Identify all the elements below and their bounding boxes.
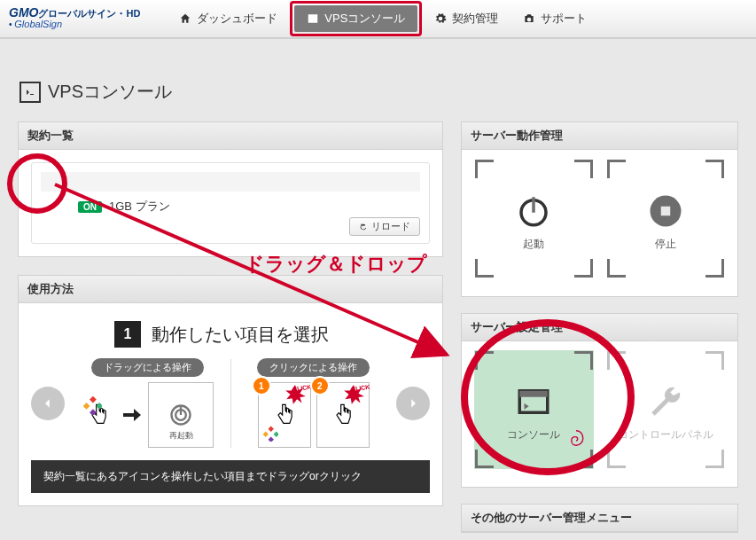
badge-1: 1 [252, 376, 271, 395]
plan-label: 1GB プラン [109, 199, 170, 215]
badge-2: 2 [310, 376, 330, 395]
server-ops-panel: サーバー動作管理 起動 停止 [461, 121, 738, 297]
burst-icon [342, 385, 365, 408]
nav-vps-label: VPSコンソール [324, 11, 405, 27]
terminal-icon [307, 12, 319, 25]
nav-vps-highlight: VPSコンソール [290, 1, 422, 36]
contract-name-placeholder [41, 172, 420, 192]
click-step-2: 2 CLICK [316, 382, 370, 448]
nav-dashboard-label: ダッシュボード [197, 11, 277, 27]
svg-rect-2 [97, 403, 103, 410]
gear-icon [434, 12, 447, 25]
svg-rect-8 [262, 432, 268, 437]
usage-panel: 使用方法 1 動作したい項目を選択 ドラッグによる操作 [18, 275, 443, 506]
reload-button[interactable]: リロード [349, 217, 420, 236]
step-number: 1 [114, 321, 141, 348]
next-arrow[interactable] [396, 387, 430, 420]
svg-rect-6 [180, 407, 182, 415]
page-title-text: VPSコンソール [48, 80, 172, 104]
svg-rect-10 [268, 437, 273, 442]
page-title: VPSコンソール [0, 39, 756, 104]
contract-list-title: 契約一覧 [19, 122, 442, 150]
logo: GMOグローバルサイン・HD • GlobalSign [9, 7, 140, 30]
console-label: コンソール [507, 427, 560, 442]
click-step-1: 1 CLICK [258, 382, 311, 448]
svg-rect-12 [533, 197, 536, 213]
drag-mode-pill: ドラッグによる操作 [91, 358, 204, 377]
stop-icon [647, 192, 684, 230]
step-text: 動作したい項目を選択 [152, 323, 329, 347]
stop-label: 停止 [655, 237, 676, 252]
nav-support[interactable]: サポート [510, 5, 599, 32]
svg-rect-14 [661, 207, 671, 216]
control-panel-tile[interactable]: コントロールパネル [606, 350, 726, 470]
svg-rect-0 [90, 396, 97, 403]
colorful-diamond-icon [82, 395, 102, 415]
other-menu-title: その他のサーバー管理メニュー [462, 505, 737, 532]
prev-arrow[interactable] [31, 387, 65, 420]
svg-rect-1 [83, 403, 90, 410]
server-config-panel: サーバー設定管理 コンソール コントロールパネル [461, 313, 738, 489]
start-tile[interactable]: 起動 [474, 159, 594, 278]
svg-rect-7 [268, 427, 273, 432]
svg-rect-9 [273, 432, 277, 437]
nav-vps[interactable]: VPSコンソール [294, 5, 417, 32]
mini-label: 再起動 [149, 430, 213, 442]
top-nav: GMOグローバルサイン・HD • GlobalSign ダッシュボード VPSコ… [0, 0, 756, 39]
terminal-window-icon [515, 383, 552, 420]
other-menu-panel: その他のサーバー管理メニュー [461, 504, 738, 533]
power-icon [515, 192, 552, 230]
debian-swirl-icon [566, 429, 586, 452]
cpanel-label: コントロールパネル [618, 427, 713, 442]
colorful-diamond-icon [262, 426, 278, 442]
chevron-left-icon [42, 397, 54, 410]
svg-rect-3 [90, 409, 97, 415]
contract-card[interactable]: ON 1GB プラン リロード [31, 162, 430, 244]
click-mode-column: クリックによる操作 1 CLICK [237, 358, 392, 448]
reload-label: リロード [371, 220, 410, 233]
click-mode-pill: クリックによる操作 [257, 358, 370, 377]
console-tile[interactable]: コンソール [474, 350, 594, 470]
drag-mode-column: ドラッグによる操作 [70, 358, 225, 448]
mini-target-box: 再起動 [148, 382, 214, 448]
nav-contract[interactable]: 契約管理 [422, 5, 510, 32]
usage-instruction-bar: 契約一覧にあるアイコンを操作したい項目までドラッグorクリック [31, 460, 430, 493]
reload-icon [359, 223, 368, 231]
home-icon [179, 12, 191, 25]
usage-title: 使用方法 [19, 276, 442, 303]
contract-list-panel: 契約一覧 ON 1GB プラン リロード [18, 121, 443, 257]
stop-tile[interactable]: 停止 [606, 159, 726, 278]
start-label: 起動 [523, 237, 544, 252]
burst-icon [284, 385, 307, 408]
status-on-badge: ON [78, 201, 102, 213]
wrench-icon [647, 383, 684, 420]
svg-rect-16 [520, 391, 549, 397]
arrow-right-icon [121, 404, 143, 426]
server-ops-title: サーバー動作管理 [462, 122, 737, 150]
power-icon [168, 403, 193, 427]
camera-icon [523, 12, 535, 25]
nav-support-label: サポート [541, 11, 587, 27]
nav-contract-label: 契約管理 [452, 11, 498, 27]
server-config-title: サーバー設定管理 [462, 314, 737, 341]
terminal-icon [19, 82, 41, 103]
nav-dashboard[interactable]: ダッシュボード [167, 5, 290, 32]
chevron-right-icon [407, 397, 419, 410]
